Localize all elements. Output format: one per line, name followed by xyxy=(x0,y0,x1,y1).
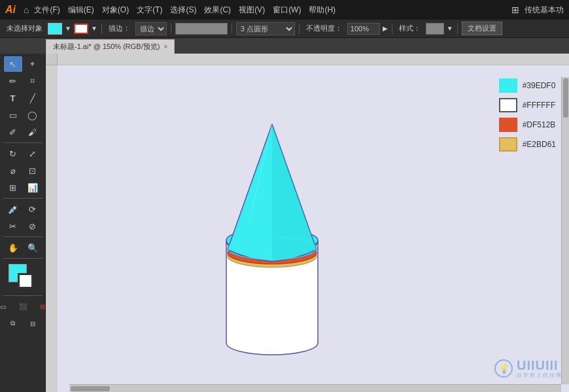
screen-mode-button[interactable]: ▭ xyxy=(0,299,12,314)
left-toolbar: ↖ ⌖ ✏ ⌗ T ╱ ▭ ◯ ✐ 🖌 ↻ ⤢ ⌀ ⊡ ⊞ 📊 xyxy=(0,54,46,392)
rotate-tool-button[interactable]: ↻ xyxy=(4,146,22,161)
menu-bar: 文件(F) 编辑(E) 对象(O) 文字(T) 选择(S) 效果(C) 视图(V… xyxy=(34,5,506,16)
legend-label-4: #E2BD61 xyxy=(523,140,556,149)
actions-button[interactable]: ⊟ xyxy=(24,316,42,331)
tool-row-7: ⌀ ⊡ xyxy=(4,163,42,178)
main-area: ↖ ⌖ ✏ ⌗ T ╱ ▭ ◯ ✐ 🖌 ↻ ⤢ ⌀ ⊡ ⊞ 📊 xyxy=(0,54,569,392)
direct-selection-tool-button[interactable]: ⌖ xyxy=(24,56,42,72)
stroke-select[interactable]: 描边 xyxy=(135,22,167,35)
canvas-area[interactable]: #39EDF0 #FFFFFF #DF512B #E2BD61 xyxy=(46,54,569,392)
full-screen-x-button[interactable]: ⊠ xyxy=(33,299,46,314)
eraser-tool-button[interactable]: ⊘ xyxy=(24,218,42,234)
anchor-tool-button[interactable]: ⌗ xyxy=(24,73,42,89)
app-logo: Ai xyxy=(5,4,16,16)
legend-label-1: #39EDF0 xyxy=(523,81,556,90)
line-tool-button[interactable]: ╱ xyxy=(24,90,42,106)
tool-row-8: ⊞ 📊 xyxy=(4,180,42,195)
legend-label-2: #FFFFFF xyxy=(523,101,556,110)
style-dropdown-icon[interactable]: ▼ xyxy=(447,25,453,32)
vertical-scrollbar[interactable] xyxy=(561,77,569,384)
menu-effect[interactable]: 效果(C) xyxy=(204,5,231,16)
tool-row-5: ✐ 🖌 xyxy=(4,124,42,140)
hand-tool-button[interactable]: ✋ xyxy=(4,240,22,255)
menu-view[interactable]: 视图(V) xyxy=(239,5,265,16)
vertical-ruler xyxy=(46,65,58,392)
divider-2 xyxy=(171,24,171,34)
stroke-dropdown-icon[interactable]: ▼ xyxy=(91,25,97,32)
menu-help[interactable]: 帮助(H) xyxy=(309,5,336,16)
point-type-select[interactable]: 3 点圆形 xyxy=(236,22,295,35)
mesh-tool-button[interactable]: ⊞ xyxy=(4,180,22,195)
document-tab[interactable]: 未标题-1.ai* @ 150% (RGB/预览) × xyxy=(46,39,175,54)
tab-bar: 未标题-1.ai* @ 150% (RGB/预览) × xyxy=(0,38,569,54)
legend-item-4: #E2BD61 xyxy=(499,137,556,152)
stroke-label: 描边： xyxy=(106,22,133,35)
vertical-scrollbar-thumb[interactable] xyxy=(563,78,568,118)
menu-file[interactable]: 文件(F) xyxy=(34,5,60,16)
zoom-tool-button[interactable]: 🔍 xyxy=(24,240,42,255)
tool-row-3: T ╱ xyxy=(4,90,42,106)
menu-select[interactable]: 选择(S) xyxy=(170,5,196,16)
legend-item-2: #FFFFFF xyxy=(499,98,556,112)
watermark: 💡 UIIUIII 自学教上优佳网 xyxy=(494,358,562,379)
fill-color-box[interactable] xyxy=(48,23,62,35)
watermark-subtext: 自学教上优佳网 xyxy=(517,372,562,379)
menu-object[interactable]: 对象(O) xyxy=(102,5,129,16)
eyedropper-tool-button[interactable]: 💉 xyxy=(4,201,22,217)
opacity-arrow-icon[interactable]: ▶ xyxy=(383,25,388,32)
tool-row-12: ▭ ⬛ ⊠ xyxy=(0,299,46,314)
rectangle-tool-button[interactable]: ▭ xyxy=(4,107,22,123)
divider-3 xyxy=(232,24,232,34)
divider-1 xyxy=(101,24,102,34)
pencil-tool-button[interactable]: ✐ xyxy=(4,124,22,140)
svg-rect-2 xyxy=(46,65,58,392)
divider-4 xyxy=(299,24,300,34)
home-icon[interactable]: ⌂ xyxy=(24,5,29,15)
brush-tool-button[interactable]: 🖌 xyxy=(24,124,42,140)
doc-settings-button[interactable]: 文档设置 xyxy=(462,22,502,35)
grid-icon[interactable]: ⊞ xyxy=(511,5,519,15)
legend-swatch-4 xyxy=(499,137,517,152)
blend-tool-button[interactable]: ⟳ xyxy=(24,201,42,217)
tool-row-10: ✂ ⊘ xyxy=(4,218,42,234)
style-swatch[interactable] xyxy=(426,23,444,35)
opacity-input[interactable]: 100% xyxy=(347,23,380,35)
fill-dropdown-icon[interactable]: ▼ xyxy=(65,25,71,32)
stroke-color-indicator[interactable] xyxy=(18,273,33,289)
selection-tool-button[interactable]: ↖ xyxy=(4,56,22,72)
free-transform-button[interactable]: ⊡ xyxy=(24,163,42,178)
menu-window[interactable]: 窗口(W) xyxy=(273,5,301,16)
menu-type[interactable]: 文字(T) xyxy=(137,5,162,16)
tool-row-6: ↻ ⤢ xyxy=(4,146,42,161)
horizontal-scrollbar[interactable] xyxy=(69,384,561,392)
stroke-weight-display[interactable] xyxy=(175,23,228,35)
legend-label-3: #DF512B xyxy=(523,120,556,129)
pen-tool-button[interactable]: ✏ xyxy=(4,73,22,89)
ellipse-tool-button[interactable]: ◯ xyxy=(24,107,42,123)
menu-edit[interactable]: 编辑(E) xyxy=(68,5,94,16)
warp-tool-button[interactable]: ⌀ xyxy=(4,163,22,178)
legend-item-3: #DF512B xyxy=(499,118,556,132)
opacity-label: 不透明度： xyxy=(303,22,345,35)
scissors-tool-button[interactable]: ✂ xyxy=(4,218,22,234)
tool-row-4: ▭ ◯ xyxy=(4,107,42,123)
scale-tool-button[interactable]: ⤢ xyxy=(24,146,42,161)
legend-swatch-3 xyxy=(499,118,517,132)
tab-close-button[interactable]: × xyxy=(164,43,167,50)
divider-6 xyxy=(457,24,458,34)
chart-tool-button[interactable]: 📊 xyxy=(24,180,42,195)
options-toolbar: 未选择对象 ▼ ▼ 描边： 描边 3 点圆形 不透明度： 100% ▶ 样式： … xyxy=(0,20,569,38)
full-screen-button[interactable]: ⬛ xyxy=(14,299,32,314)
tool-separator-1 xyxy=(3,142,43,143)
text-tool-button[interactable]: T xyxy=(4,90,22,106)
opacity-value: 100% xyxy=(351,25,369,33)
horizontal-scrollbar-thumb[interactable] xyxy=(71,386,110,391)
layers-button[interactable]: ⧉ xyxy=(4,316,22,331)
title-right-area: ⊞ 传统基本功 xyxy=(511,5,564,16)
legend-item-1: #39EDF0 xyxy=(499,78,556,93)
watermark-text: UIIUIII xyxy=(517,358,559,372)
stroke-icon[interactable] xyxy=(74,24,88,34)
tool-row-13: ⧉ ⊟ xyxy=(4,316,42,331)
tool-separator-5 xyxy=(3,295,43,296)
drawing-canvas: #39EDF0 #FFFFFF #DF512B #E2BD61 xyxy=(58,65,569,392)
